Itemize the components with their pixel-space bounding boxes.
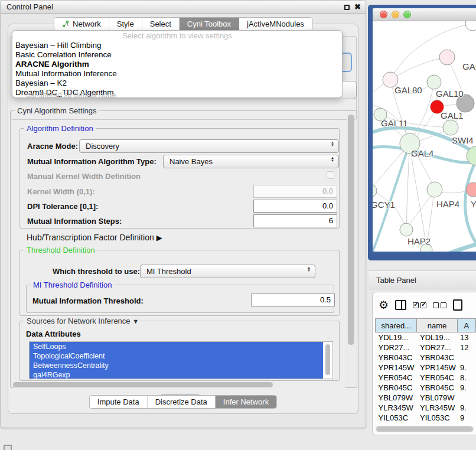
tab-select[interactable]: Select [142,18,180,30]
zoom-traffic-light-icon[interactable] [403,11,411,18]
node-label: GCY1 [373,200,395,210]
table-hscrollbar-thumb[interactable] [376,426,473,432]
algorithm-dropdown-popup: Select algorithm to view settings Bayesi… [12,30,343,98]
minimize-traffic-light-icon[interactable] [392,11,399,18]
tab-cyni-toolbox[interactable]: Cyni Toolbox [180,18,239,30]
attribute-item[interactable]: SelfLoops [30,342,323,351]
manual-kernel-checkbox[interactable] [327,171,334,179]
control-panel-title: Control Panel [1,2,53,11]
algorithm-placeholder: Select algorithm to view settings [12,31,342,41]
minimized-panel-icon[interactable] [4,445,12,450]
network-canvas[interactable]: GAL GAL80 GAL10 GAL1 GAL11 SWI4 GAL4 GCY… [373,21,476,252]
node-gcy1[interactable] [373,184,377,197]
table-row[interactable]: YDR27...YDR27...12 [376,343,476,353]
mi-steps-field[interactable]: 6 [253,214,337,227]
control-panel-tabbar: Network Style Select Cyni Toolbox jActiv… [54,17,312,31]
algorithm-definition-title: Algorithm Definition [24,124,96,133]
algorithm-option[interactable]: Bayesian – K2 [12,79,342,88]
document-icon[interactable] [453,299,462,311]
algorithm-option[interactable]: Mutual Information Inference [12,69,342,79]
node-hap2[interactable] [400,223,413,236]
algorithm-option[interactable]: Bayesian – Hill Climbing [12,41,342,50]
tab-network[interactable]: Network [54,18,109,30]
mi-type-label: Mutual Information Algorithm Type: [27,157,157,166]
data-attributes-list: SelfLoops TopologicalCoefficient Between… [29,341,333,379]
column-header-shared-name[interactable]: shared... [376,319,417,332]
sources-title[interactable]: Sources for Network Inference ▼ [24,317,141,325]
tab-impute-data[interactable]: Impute Data [90,396,148,408]
node-label: HAP2 [407,236,431,246]
table-row[interactable]: YIL053CYIL053C9 [376,413,476,423]
column-header-name[interactable]: name [417,319,457,332]
checked-box-icon [413,302,419,308]
select-all-columns-button[interactable] [413,302,426,308]
node[interactable] [465,21,476,31]
node-label: GAL80 [395,85,422,95]
close-icon[interactable]: ✖ [354,1,361,14]
table-hscrollbar-track[interactable] [375,426,474,432]
table-row[interactable]: YER054CYER054C8. [376,373,476,383]
tab-infer-network[interactable]: Infer Network [216,396,276,408]
screen: Control Panel ✖ Network Style Select Cyn… [0,0,476,450]
which-threshold-combo[interactable]: MI Threshold ▲▼ [140,265,315,278]
mi-threshold-field[interactable]: 0.5 [251,294,335,306]
settings-vscrollbar-thumb[interactable] [348,115,354,345]
settings-hscrollbar-track[interactable] [12,381,347,388]
column-layout-icon[interactable] [395,300,406,310]
node-label: GAL11 [381,118,408,128]
algorithm-option-selected[interactable]: ARACNE Algorithm [12,60,342,69]
table-row[interactable]: YPR145WYPR145W9. [376,363,476,373]
combo-arrows-icon: ▲▼ [331,156,334,162]
node-label: SWI4 [452,135,474,145]
mi-threshold-title: MI Threshold Definition [31,281,114,289]
threshold-definition-group: Threshold Definition Which threshold to … [19,250,340,316]
aracne-mode-label: Aracne Mode: [27,142,78,151]
table-toolbar: ⚙ [379,299,462,311]
table-row[interactable]: YDL19...YDL19...13 [376,332,476,343]
deselect-all-columns-button[interactable] [433,302,446,308]
attribute-item[interactable]: gal4RGexp [30,370,323,379]
tab-jactivemnodules[interactable]: jActiveMNodules [239,18,312,30]
algorithm-option[interactable]: Basic Correlation Inference [12,50,342,60]
attribute-item[interactable]: BetweennessCentrality [30,361,323,370]
network-window-titlebar [373,8,476,21]
table-row[interactable]: YBR045CYBR045C9. [376,383,476,393]
table-panel-body: ⚙ shared... name A [372,292,476,435]
float-window-icon[interactable] [344,5,350,10]
cyni-bottom-tabbar: Impute Data Discretize Data Infer Networ… [89,395,277,409]
node-hap4[interactable] [427,182,442,197]
table-row[interactable]: YBL079WYBL079W [376,393,476,403]
combo-arrows-icon: ▲▼ [307,266,311,272]
settings-vscrollbar-track[interactable] [347,113,354,385]
background-combo-fragment[interactable] [343,81,357,99]
tab-style[interactable]: Style [109,18,142,30]
hub-definition-toggle[interactable]: Hub/Transcription Factor Definition ▶ [27,233,162,242]
aracne-mode-combo[interactable]: Discovery ▲▼ [79,139,339,153]
mi-type-combo[interactable]: Naive Bayes ▲▼ [163,155,339,168]
table-row[interactable]: YLR345WYLR345W9. [376,403,476,413]
column-header-partial[interactable]: A [457,319,475,332]
node[interactable] [443,120,458,135]
mi-threshold-group: MI Threshold Definition Mutual Informati… [26,285,334,313]
mi-threshold-label: Mutual Information Threshold: [32,296,144,305]
sources-group: Sources for Network Inference ▼ Data Att… [19,321,340,381]
settings-hscrollbar-thumb[interactable] [13,382,273,387]
dpi-tolerance-field[interactable]: 0.0 [253,200,337,213]
tab-discretize-data[interactable]: Discretize Data [148,396,216,408]
attribute-item[interactable]: TopologicalCoefficient [30,351,323,361]
node-table: shared... name A YDL19...YDL19...13 YDR2… [375,318,476,423]
kernel-width-field[interactable]: 0.0 [253,185,337,198]
table-row[interactable]: YBR043CYBR043C [376,353,476,363]
settings-gear-icon[interactable]: ⚙ [379,299,389,311]
close-traffic-light-icon[interactable] [380,11,387,18]
background-combo-value: gal-filtered sif default node [26,90,116,99]
attribute-list-scrollbar-thumb[interactable] [325,344,330,375]
node-gal10[interactable] [427,75,441,89]
algorithm-definition-group: Algorithm Definition Aracne Mode: Discov… [19,128,340,229]
node[interactable] [439,50,455,65]
network-view-inner: GAL GAL80 GAL10 GAL1 GAL11 SWI4 GAL4 GCY… [373,8,476,252]
node-label: HAP4 [436,199,459,209]
node-label: GAL10 [436,89,464,99]
control-panel-titlebar: Control Panel ✖ [1,1,366,14]
cyni-algorithm-settings-group: Cyni Algorithm Settings Algorithm Defini… [10,110,357,388]
